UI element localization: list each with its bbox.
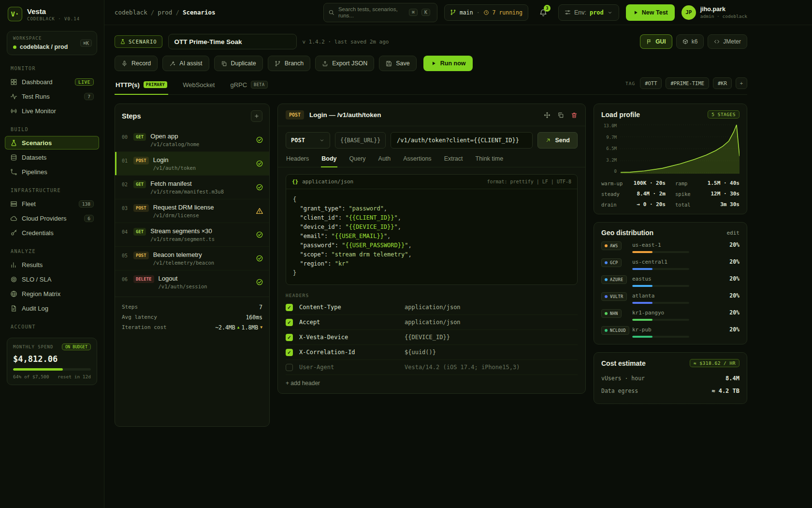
- env-selector[interactable]: Env: prod: [558, 4, 619, 21]
- sidebar-item-audit-log[interactable]: Audit Log: [5, 301, 99, 315]
- header-value[interactable]: application/json: [405, 319, 461, 326]
- stat-label: drain: [601, 202, 617, 208]
- tab-headers[interactable]: Headers: [286, 150, 309, 167]
- tab-websocket[interactable]: WebSocket: [182, 76, 216, 94]
- step-row-open-app[interactable]: 00 GET Open app /v1/catalog/home: [115, 128, 269, 151]
- success-icon: [256, 254, 263, 262]
- sidebar-item-live-monitor[interactable]: Live Monitor: [5, 104, 99, 118]
- protocol-tabs: HTTP(s) PRIMARY WebSocket gRPC BETA TAG …: [115, 76, 747, 95]
- sidebar-item-fleet[interactable]: Fleet 138: [5, 197, 99, 210]
- ai-assist-button[interactable]: AI assist: [162, 56, 209, 71]
- view-k6-button[interactable]: k6: [676, 34, 704, 49]
- workspace-columns: Steps 00 GET Open app /v1/catalog/home: [115, 104, 747, 427]
- workspace-switcher[interactable]: WORKSPACE codeblack / prod ⌘K: [7, 31, 97, 55]
- json-body-code[interactable]: { "grant_type": "password", "client_id":…: [286, 189, 577, 284]
- header-key[interactable]: X-Correlation-Id: [299, 349, 398, 356]
- tab-extract[interactable]: Extract: [444, 150, 464, 167]
- breadcrumb-workspace[interactable]: codeblack: [115, 9, 147, 16]
- header-checkbox[interactable]: [286, 349, 293, 356]
- header-value[interactable]: {{DEVICE_ID}}: [405, 334, 450, 341]
- search-input[interactable]: Search tests, scenarios, runs... ⌘ K: [323, 3, 437, 22]
- header-checkbox[interactable]: [286, 364, 293, 371]
- tab-body[interactable]: Body: [321, 150, 337, 167]
- header-value[interactable]: Vesta/14.2 (iOS 17.4; iPhone15,3): [405, 364, 520, 371]
- run-now-button[interactable]: Run now: [423, 56, 473, 71]
- step-row-fetch-manifest[interactable]: 02 GET Fetch manifest /v1/stream/manifes…: [115, 175, 269, 199]
- record-button[interactable]: Record: [115, 56, 158, 71]
- send-label: Send: [555, 137, 570, 144]
- tag-chip[interactable]: #PRIME-TIME: [666, 77, 709, 89]
- add-step-button[interactable]: [251, 110, 262, 122]
- step-row-stream-segments[interactable]: 04 GET Stream segments ×30 /v1/stream/se…: [115, 223, 269, 246]
- sidebar-item-dashboard[interactable]: Dashboard LIVE: [5, 75, 99, 89]
- header-checkbox[interactable]: [286, 304, 293, 311]
- tag-chip[interactable]: #OTT: [640, 77, 662, 89]
- step-title: Beacon telemetry: [153, 251, 214, 258]
- tab-assertions[interactable]: Assertions: [403, 150, 432, 167]
- tab-query[interactable]: Query: [349, 150, 366, 167]
- header-key[interactable]: Accept: [299, 319, 398, 326]
- view-jmeter-button[interactable]: JMeter: [708, 34, 747, 49]
- sidebar-item-cloud-providers[interactable]: Cloud Providers 6: [5, 211, 99, 225]
- step-title: Logout: [159, 275, 207, 282]
- live-badge: LIVE: [75, 78, 94, 86]
- method-select[interactable]: POST: [286, 132, 330, 149]
- drag-handle-icon[interactable]: [544, 112, 551, 119]
- new-test-button[interactable]: New Test: [626, 4, 675, 21]
- base-url-chip[interactable]: {{BASE_URL}}: [335, 132, 386, 149]
- branch-button[interactable]: Branch: [268, 56, 311, 71]
- delete-step-icon[interactable]: [571, 112, 578, 119]
- sidebar: V· Vesta CODEBLACK · V0.14 WORKSPACE cod…: [0, 0, 104, 508]
- header-key[interactable]: X-Vesta-Device: [299, 334, 398, 341]
- sidebar-item-region-matrix[interactable]: Region Matrix: [5, 287, 99, 300]
- sidebar-item-slo-sla[interactable]: SLO / SLA: [5, 272, 99, 286]
- header-row: Accept application/json: [286, 315, 578, 330]
- duplicate-step-icon[interactable]: [557, 112, 564, 119]
- step-row-beacon-telemetry[interactable]: 05 POST Beacon telemetry /v1/telemetry/b…: [115, 246, 269, 270]
- url-input[interactable]: /v1/auth/token?client={{CLIENT_ID}}: [391, 132, 533, 149]
- sidebar-item-datasets[interactable]: Datasets: [5, 150, 99, 164]
- sidebar-item-pipelines[interactable]: Pipelines: [5, 165, 99, 179]
- sidebar-item-credentials[interactable]: Credentials: [5, 226, 99, 239]
- header-checkbox[interactable]: [286, 334, 293, 341]
- tool-label: Branch: [285, 60, 304, 67]
- add-tag-button[interactable]: +: [736, 77, 747, 89]
- method-select-value: POST: [291, 137, 305, 144]
- scenario-title-input[interactable]: OTT Prime-Time Soak: [168, 34, 297, 49]
- header-value[interactable]: application/json: [405, 304, 461, 311]
- sidebar-item-label: Fleet: [22, 200, 36, 208]
- step-number: 01: [122, 156, 129, 164]
- view-gui-button[interactable]: GUI: [640, 34, 672, 49]
- user-menu[interactable]: JP jiho.park admin · codeblack: [682, 5, 747, 20]
- nav-section-monitor: MONITOR: [11, 66, 104, 71]
- step-row-logout[interactable]: 06 DELETE Logout /v1/auth/session: [115, 270, 269, 294]
- tab-auth[interactable]: Auth: [378, 150, 392, 167]
- step-row-login[interactable]: 01 POST Login /v1/auth/token: [115, 151, 269, 175]
- breadcrumb-env[interactable]: prod: [158, 9, 172, 16]
- geo-edit-link[interactable]: edit: [727, 230, 740, 236]
- sidebar-item-test-runs[interactable]: Test Runs 7: [5, 90, 99, 103]
- stages-badge: 5 STAGES: [708, 110, 740, 119]
- save-button[interactable]: Save: [379, 56, 417, 71]
- tab-think-time[interactable]: Think time: [475, 150, 504, 167]
- sidebar-item-label: Audit Log: [22, 305, 48, 312]
- y-tick: 13.0M: [601, 123, 617, 128]
- workspace-name: codeblack / prod: [20, 44, 68, 50]
- git-status-chip[interactable]: main · 7 running: [444, 4, 528, 21]
- header-checkbox[interactable]: [286, 319, 293, 326]
- geo-row-nhn: NHN kr1-pangyo 20%: [601, 309, 740, 321]
- header-value[interactable]: ${uuid()}: [405, 349, 436, 356]
- send-button[interactable]: Send: [537, 132, 578, 149]
- step-row-drm-license[interactable]: 03 POST Request DRM license /v1/drm/lice…: [115, 199, 269, 223]
- duplicate-button[interactable]: Duplicate: [214, 56, 263, 71]
- sidebar-item-results[interactable]: Results: [5, 258, 99, 271]
- tab-http[interactable]: HTTP(s) PRIMARY: [115, 76, 168, 94]
- header-key[interactable]: Content-Type: [299, 304, 398, 311]
- add-header-button[interactable]: + add header: [286, 375, 578, 393]
- header-key[interactable]: User-Agent: [299, 364, 398, 371]
- notifications-button[interactable]: 3: [535, 4, 551, 21]
- sidebar-item-scenarios[interactable]: Scenarios: [5, 136, 99, 149]
- tag-chip[interactable]: #KR: [713, 77, 732, 89]
- tab-grpc[interactable]: gRPC BETA: [229, 76, 268, 94]
- export-json-button[interactable]: Export JSON: [315, 56, 374, 71]
